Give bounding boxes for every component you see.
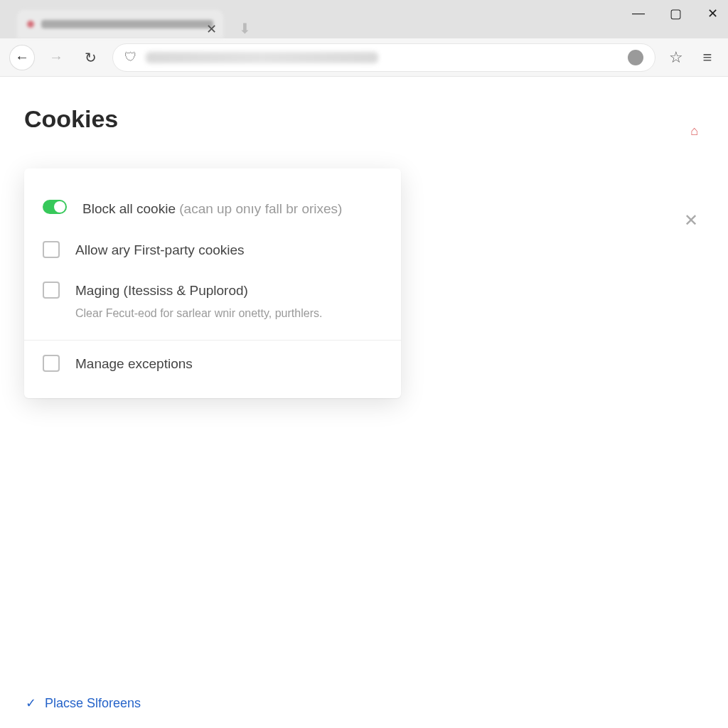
card-divider: [24, 340, 401, 341]
tab-title-blur: [41, 20, 213, 28]
tab-close-icon[interactable]: ✕: [206, 21, 217, 37]
favicon: [27, 21, 34, 28]
cookies-card: Block all cookie (acan up onıy fall br o…: [24, 168, 401, 398]
maging-checkbox[interactable]: [43, 282, 60, 299]
minimize-button[interactable]: —: [628, 6, 648, 21]
browser-toolbar: ← → ↻ 🛡 ☆ ≡: [0, 38, 728, 77]
maging-label: Maging (Itessiss & Puplorod): [75, 283, 248, 298]
window-titlebar: ✕ ⬇ — ▢ ✕: [0, 0, 728, 38]
block-all-hint: (acan up onıy fall br orixes): [179, 201, 342, 216]
nav-back-button[interactable]: ←: [10, 46, 34, 70]
maging-subtext: Clear Fecut-eod for sarlear wnir onetty,…: [75, 306, 322, 321]
shield-icon: 🛡: [124, 50, 137, 65]
panel-close-icon[interactable]: ✕: [684, 210, 698, 230]
block-all-toggle[interactable]: [43, 200, 67, 214]
address-bar[interactable]: 🛡: [112, 43, 655, 72]
maximize-button[interactable]: ▢: [665, 6, 685, 21]
allow-first-party-label: Allow ary First-party cookies: [75, 242, 245, 257]
row-maging: Maging (Itessiss & Puplorod) Clear Fecut…: [43, 270, 382, 332]
row-manage-exceptions[interactable]: Manage exceptions: [43, 343, 382, 385]
manage-exceptions-label: Manage exceptions: [75, 356, 193, 371]
address-blur: [146, 52, 378, 63]
page-content: Cookies ⌂ ✕ Block all cookie (acan up on…: [0, 77, 728, 728]
download-icon[interactable]: ⬇: [239, 20, 251, 37]
block-all-label: Block all cookie: [82, 201, 176, 216]
nav-forward-button[interactable]: →: [44, 46, 68, 70]
row-allow-first-party: Allow ary First-party cookies: [43, 230, 382, 271]
browser-tab[interactable]: [17, 10, 223, 38]
bookmark-icon[interactable]: ☆: [665, 48, 687, 67]
reload-button[interactable]: ↻: [78, 46, 102, 70]
check-icon: ✓: [26, 695, 36, 711]
close-button[interactable]: ✕: [702, 6, 722, 21]
footer-link[interactable]: ✓ Placse Slforeens: [26, 695, 141, 711]
page-title: Cookies: [24, 105, 704, 133]
manage-exceptions-checkbox[interactable]: [43, 355, 60, 372]
site-identity-icon[interactable]: [628, 50, 643, 65]
window-controls: — ▢ ✕: [628, 6, 722, 21]
home-icon[interactable]: ⌂: [690, 124, 698, 139]
app-menu-icon[interactable]: ≡: [697, 48, 718, 67]
footer-link-label: Placse Slforeens: [45, 696, 141, 711]
row-block-all: Block all cookie (acan up onıy fall br o…: [43, 188, 382, 230]
allow-first-party-checkbox[interactable]: [43, 241, 60, 258]
